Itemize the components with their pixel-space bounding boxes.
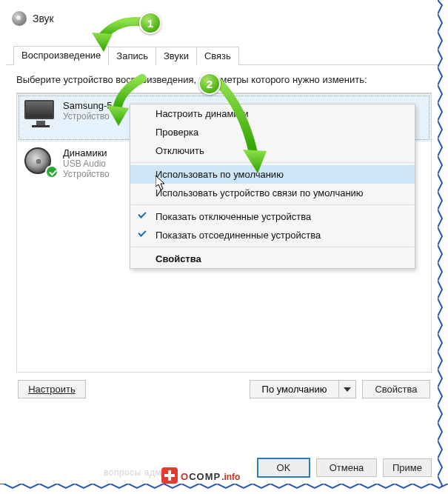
ctx-set-default-comm[interactable]: Использовать устройство связи по умолчан…	[130, 184, 415, 202]
ctx-test[interactable]: Проверка	[130, 123, 415, 141]
cancel-button[interactable]: Отмена	[316, 458, 377, 477]
titlebar: Звук	[6, 6, 442, 31]
cursor-icon	[156, 176, 166, 190]
watermark-plus-icon	[161, 467, 178, 484]
volume-icon	[12, 11, 27, 26]
ctx-show-disabled[interactable]: Показать отключенные устройства	[130, 207, 415, 226]
watermark-brand-rest: COMP	[189, 471, 221, 482]
lower-button-row: Настроить По умолчанию Свойства	[16, 373, 432, 398]
ctx-show-disconnected[interactable]: Показать отсоединенные устройства	[130, 226, 415, 244]
chevron-down-icon	[344, 387, 351, 392]
ctx-configure-speakers[interactable]: Настроить динамики	[130, 104, 415, 123]
ctx-disable[interactable]: Отключить	[130, 141, 415, 160]
device-line: Устройство	[63, 169, 110, 179]
ok-button[interactable]: OK	[257, 458, 310, 478]
monitor-icon	[24, 100, 56, 128]
ctx-separator	[131, 247, 414, 247]
apply-button[interactable]: Приме	[383, 458, 432, 477]
device-line: Устройство	[63, 111, 112, 121]
torn-edge-bottom	[0, 484, 448, 494]
device-line: USB Audio	[63, 158, 110, 169]
device-name: Samsung-5	[63, 100, 112, 111]
dialog-buttons: OK Отмена Приме	[257, 458, 432, 478]
instruction-text: Выберите устройство воспроизведения, пар…	[16, 74, 432, 85]
window-title: Звук	[33, 13, 54, 24]
tab-sounds[interactable]: Звуки	[156, 47, 197, 65]
device-text: Динамики USB Audio Устройство	[63, 147, 110, 180]
tab-playback[interactable]: Воспроизведение	[13, 46, 109, 65]
watermark-brand-first: O	[181, 471, 189, 482]
step-badge-2: 2	[198, 73, 221, 95]
watermark: OCOMP.info	[161, 467, 240, 484]
context-menu: Настроить динамики Проверка Отключить Ис…	[130, 104, 415, 269]
device-text: Samsung-5 Устройство	[63, 100, 112, 121]
device-name: Динамики	[63, 147, 110, 158]
ctx-properties[interactable]: Свойства	[130, 250, 415, 268]
default-button-main[interactable]: По умолчанию	[250, 380, 338, 398]
watermark-suffix: .info	[221, 472, 240, 482]
watermark-text: OCOMP.info	[181, 467, 240, 484]
default-button-dropdown[interactable]	[338, 380, 356, 398]
step-badge-1: 1	[139, 12, 161, 34]
default-check-icon	[45, 165, 58, 178]
default-split-button[interactable]: По умолчанию	[250, 380, 356, 398]
ctx-separator	[131, 204, 414, 205]
tabstrip: Воспроизведение Запись Звуки Связь	[6, 44, 442, 65]
properties-button[interactable]: Свойства	[362, 380, 430, 398]
ctx-separator	[131, 162, 414, 163]
tab-record[interactable]: Запись	[108, 47, 156, 65]
configure-label: Настроить	[28, 384, 76, 395]
ctx-set-default[interactable]: Использовать по умолчанию	[130, 165, 415, 184]
tab-communications[interactable]: Связь	[196, 47, 239, 65]
speaker-icon	[24, 147, 56, 176]
configure-button[interactable]: Настроить	[18, 380, 86, 398]
torn-edge-right	[438, 0, 448, 494]
